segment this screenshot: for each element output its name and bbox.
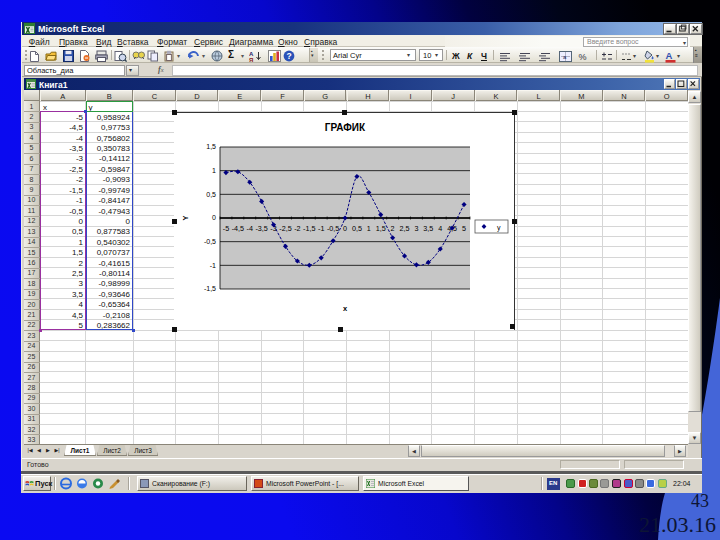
svg-text:-4,5: -4,5	[232, 224, 244, 233]
svg-text:-1,5: -1,5	[204, 285, 216, 292]
svg-text:5: 5	[462, 224, 466, 233]
svg-text:0,5: 0,5	[206, 191, 216, 198]
svg-text:-0,5: -0,5	[327, 224, 339, 233]
svg-text:3: 3	[414, 224, 418, 233]
svg-text:2,5: 2,5	[400, 224, 410, 233]
svg-text:-0,5: -0,5	[204, 238, 216, 245]
svg-text:1,5: 1,5	[376, 224, 386, 233]
svg-text:-1: -1	[210, 262, 216, 269]
svg-text:1: 1	[367, 224, 371, 233]
svg-text:-1: -1	[318, 224, 324, 233]
svg-text:1,5: 1,5	[206, 143, 216, 150]
svg-text:Y: Y	[181, 215, 190, 220]
svg-text:-5: -5	[223, 224, 229, 233]
svg-text:0: 0	[212, 214, 216, 221]
svg-text:-4: -4	[247, 224, 253, 233]
svg-text:4: 4	[438, 224, 442, 233]
svg-text:ГРАФИК: ГРАФИК	[325, 122, 366, 133]
svg-text:0,5: 0,5	[352, 224, 362, 233]
svg-text:-2,5: -2,5	[279, 224, 291, 233]
svg-text:-1,5: -1,5	[303, 224, 315, 233]
svg-text:-3,5: -3,5	[255, 224, 267, 233]
svg-text:2: 2	[391, 224, 395, 233]
svg-text:1: 1	[212, 167, 216, 174]
svg-text:-2: -2	[294, 224, 300, 233]
svg-text:3,5: 3,5	[423, 224, 433, 233]
svg-text:0: 0	[343, 224, 347, 233]
svg-text:y: y	[497, 224, 501, 232]
